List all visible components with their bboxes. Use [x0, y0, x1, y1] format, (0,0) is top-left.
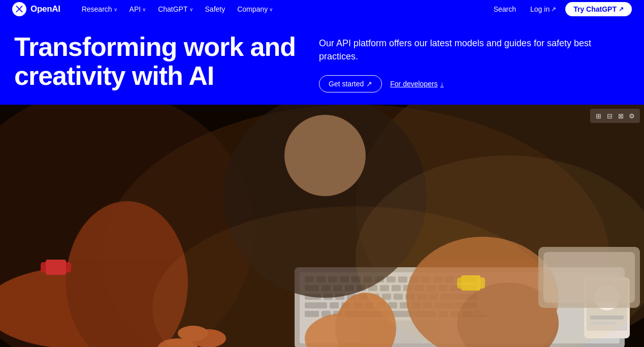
- nav-chatgpt[interactable]: ChatGPT ∨: [153, 2, 198, 16]
- hero-right: Our API platform offers our latest model…: [319, 33, 630, 92]
- for-developers-button[interactable]: For developers ↓: [390, 80, 443, 88]
- research-chevron-icon: ∨: [114, 7, 117, 12]
- login-arrow-icon: ↗: [551, 6, 556, 13]
- logo[interactable]: OpenAI: [12, 2, 60, 16]
- company-chevron-icon: ∨: [269, 7, 273, 12]
- nav-company[interactable]: Company ∨: [232, 2, 278, 16]
- scene-svg: [0, 105, 644, 347]
- svg-point-83: [284, 115, 366, 196]
- img-ctrl-1[interactable]: ⊞: [593, 111, 603, 121]
- nav-safety[interactable]: Safety: [200, 2, 231, 16]
- get-started-arrow-icon: ↗: [366, 80, 372, 88]
- image-controls: ⊞ ⊟ ⊠ ⚙: [590, 109, 640, 123]
- nav-right: Search Log in ↗ Try ChatGPT ↗: [489, 2, 632, 16]
- try-chatgpt-button[interactable]: Try ChatGPT ↗: [565, 2, 632, 16]
- svg-rect-74: [46, 260, 66, 275]
- developers-arrow-icon: ↓: [440, 80, 444, 88]
- get-started-button[interactable]: Get started ↗: [319, 75, 382, 92]
- hero-image-section: ⊞ ⊟ ⊠ ⚙: [0, 105, 644, 347]
- openai-logo-icon: [12, 2, 26, 16]
- img-ctrl-3[interactable]: ⊠: [616, 111, 626, 121]
- hero-description: Our API platform offers our latest model…: [319, 37, 603, 63]
- hero-left: Transforming work and creativity with AI: [14, 33, 299, 90]
- try-arrow-icon: ↗: [619, 6, 624, 13]
- search-button[interactable]: Search: [489, 2, 521, 16]
- img-ctrl-2[interactable]: ⊟: [604, 111, 615, 121]
- hero-image: [0, 105, 644, 347]
- chatgpt-chevron-icon: ∨: [189, 7, 193, 12]
- hero-section: Transforming work and creativity with AI…: [0, 18, 644, 105]
- nav-research[interactable]: Research ∨: [77, 2, 122, 16]
- nav-api[interactable]: API ∨: [124, 2, 151, 16]
- brand-name: OpenAI: [30, 4, 60, 14]
- img-ctrl-settings[interactable]: ⚙: [627, 111, 637, 121]
- login-button[interactable]: Log in ↗: [525, 2, 561, 16]
- hero-title: Transforming work and creativity with AI: [14, 33, 299, 90]
- nav-links: Research ∨ API ∨ ChatGPT ∨ Safety Compan…: [77, 2, 489, 16]
- hero-buttons: Get started ↗ For developers ↓: [319, 75, 630, 92]
- api-chevron-icon: ∨: [142, 7, 146, 12]
- navbar: OpenAI Research ∨ API ∨ ChatGPT ∨ Safety…: [0, 0, 644, 18]
